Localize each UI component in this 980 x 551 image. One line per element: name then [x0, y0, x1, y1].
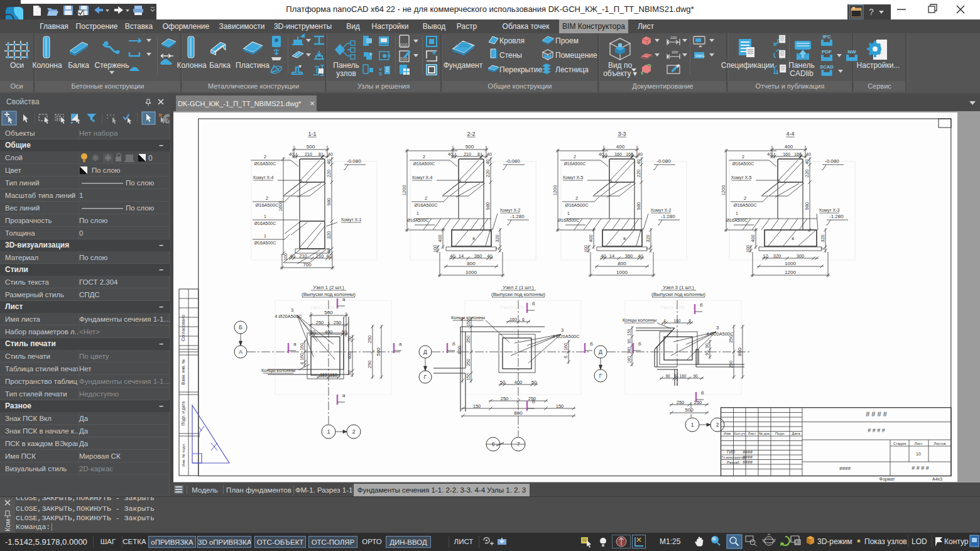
svg-text:40: 40	[599, 152, 604, 156]
svg-text:1200: 1200	[552, 185, 558, 196]
svg-text:-0.080: -0.080	[506, 158, 520, 164]
svg-text:90: 90	[705, 351, 709, 356]
svg-text:400: 400	[616, 144, 625, 150]
svg-text:4: 4	[663, 319, 666, 323]
svg-text:IFC: IFC	[823, 34, 831, 40]
svg-text:LOD: LOD	[912, 537, 927, 546]
svg-text:2: 2	[574, 155, 576, 159]
svg-text:2: 2	[716, 422, 719, 428]
svg-text:1200: 1200	[721, 185, 726, 196]
svg-text:Ø16А500С: Ø16А500С	[254, 161, 276, 166]
svg-text:700: 700	[303, 262, 312, 268]
svg-text:Хомут Х-4: Хомут Х-4	[412, 175, 433, 180]
svg-text:Г: Г	[424, 374, 427, 380]
svg-text:6: 6	[522, 317, 525, 322]
svg-text:1: 1	[416, 211, 419, 215]
svg-text:40: 40	[328, 152, 333, 156]
svg-text:4-4: 4-4	[786, 131, 794, 137]
svg-text:Подп. и дата: Подп. и дата	[181, 401, 186, 425]
svg-text:1: 1	[264, 234, 266, 238]
svg-text:####: ####	[839, 466, 851, 471]
svg-text:360: 360	[625, 253, 633, 259]
svg-text:40: 40	[601, 253, 606, 259]
svg-text:SCAD: SCAD	[820, 64, 834, 70]
svg-text:2-2: 2-2	[467, 131, 475, 137]
svg-text:6: 6	[689, 319, 691, 323]
svg-text:2: 2	[575, 195, 578, 201]
svg-text:50: 50	[500, 379, 505, 385]
svg-text:А4х3: А4х3	[932, 477, 942, 481]
svg-text:250: 250	[316, 320, 324, 325]
svg-text:####: ####	[743, 460, 753, 464]
svg-text:160: 160	[320, 373, 327, 377]
svg-text:320: 320	[645, 234, 651, 243]
svg-text:-1.280: -1.280	[829, 214, 844, 219]
svg-text:# # # #: # # # #	[912, 465, 929, 471]
svg-text:90: 90	[627, 339, 631, 344]
svg-text:40: 40	[326, 253, 331, 259]
svg-text:400: 400	[325, 329, 333, 335]
svg-text:А: А	[239, 349, 242, 355]
svg-text:800: 800	[514, 410, 523, 416]
svg-text:2: 2	[820, 248, 825, 250]
svg-text:# # # #: # # # #	[866, 410, 888, 418]
svg-text:400: 400	[514, 379, 523, 385]
svg-text:100: 100	[433, 245, 437, 253]
svg-text:Хомут Х-1: Хомут Х-1	[341, 217, 362, 222]
svg-text:Д: Д	[423, 349, 427, 355]
svg-text:б: б	[532, 301, 535, 307]
svg-text:Показ узлов: Показ узлов	[864, 537, 907, 546]
svg-text:Хомут Х-5: Хомут Х-5	[731, 175, 752, 180]
svg-text:Узел 2 (1 шт.): Узел 2 (1 шт.)	[503, 285, 534, 290]
svg-text:# # # #: # # # #	[868, 427, 885, 434]
svg-text:100: 100	[283, 253, 288, 261]
svg-text:160: 160	[300, 343, 304, 351]
svg-text:210: 210	[305, 152, 312, 156]
svg-text:40: 40	[289, 152, 294, 156]
svg-text:2: 2	[352, 428, 356, 435]
svg-text:40: 40	[290, 253, 295, 259]
svg-text:2: 2	[645, 248, 651, 250]
svg-text:Ø16А500С: Ø16А500С	[726, 218, 748, 222]
svg-text:Концы колонны: Концы колонны	[261, 368, 295, 373]
svg-text:Хомут Х-2: Хомут Х-2	[500, 208, 521, 213]
svg-text:-1.280: -1.280	[510, 214, 525, 219]
svg-text:Концы колонны: Концы колонны	[623, 317, 656, 323]
svg-text:360: 360	[474, 253, 482, 259]
svg-text:500: 500	[307, 144, 315, 150]
svg-text:б: б	[590, 341, 593, 347]
svg-text:Формат: Формат	[879, 477, 896, 482]
svg-text:500: 500	[376, 347, 381, 356]
svg-text:14: 14	[609, 253, 614, 259]
svg-text:####: ####	[743, 450, 753, 454]
svg-text:Ø16А500С: Ø16А500С	[732, 161, 754, 166]
svg-text:40: 40	[487, 152, 492, 156]
svg-text:1: 1	[264, 214, 266, 219]
svg-text:ГИП: ГИП	[727, 450, 735, 454]
svg-text:а: а	[399, 341, 402, 347]
svg-text:210: 210	[464, 152, 471, 156]
svg-text:б: б	[532, 399, 535, 405]
svg-text:160: 160	[300, 353, 304, 361]
svg-text:Лист: Лист	[748, 432, 756, 435]
svg-text:Д: Д	[599, 349, 602, 355]
svg-text:500: 500	[685, 407, 694, 413]
svg-text:400: 400	[437, 234, 443, 243]
svg-text:а: а	[293, 341, 297, 347]
svg-text:6: 6	[564, 356, 568, 358]
svg-text:400: 400	[347, 352, 352, 359]
svg-text:Ø16А500С: Ø16А500С	[254, 241, 276, 245]
svg-text:250: 250	[466, 336, 471, 343]
svg-text:320: 320	[326, 231, 332, 239]
svg-text:300: 300	[797, 253, 805, 259]
svg-text:210: 210	[299, 253, 307, 259]
svg-text:10: 10	[916, 452, 921, 456]
svg-text:Хомут Х-4: Хомут Х-4	[253, 175, 274, 180]
svg-text:980: 980	[485, 202, 491, 210]
svg-text:100: 100	[672, 50, 678, 54]
svg-text:####: ####	[743, 455, 753, 459]
svg-text:320: 320	[773, 253, 781, 259]
svg-text:40: 40	[485, 159, 491, 164]
svg-text:3D-режим: 3D-режим	[817, 537, 852, 546]
svg-text:160: 160	[330, 373, 337, 377]
